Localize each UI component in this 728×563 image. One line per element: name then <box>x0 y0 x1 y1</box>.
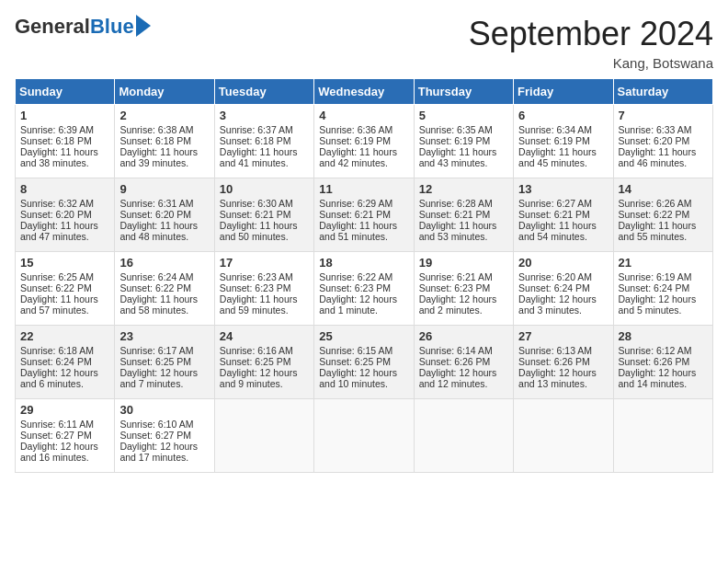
calendar-cell: 29Sunrise: 6:11 AMSunset: 6:27 PMDayligh… <box>16 399 115 473</box>
day-number: 19 <box>419 256 508 270</box>
location-subtitle: Kang, Botswana <box>469 55 713 71</box>
day-info-line: Daylight: 11 hours <box>220 146 309 157</box>
day-info-line: Sunrise: 6:28 AM <box>419 198 508 209</box>
day-info-line: and 9 minutes. <box>220 378 309 389</box>
calendar-cell: 2Sunrise: 6:38 AMSunset: 6:18 PMDaylight… <box>115 105 214 178</box>
day-number: 30 <box>119 403 209 417</box>
day-info-line: Sunset: 6:26 PM <box>518 356 608 367</box>
day-info-line: Sunrise: 6:13 AM <box>518 345 608 356</box>
day-info-line: Sunset: 6:25 PM <box>220 356 309 367</box>
weekday-header-thursday: Thursday <box>414 79 513 105</box>
day-info-line: Sunset: 6:18 PM <box>20 135 109 146</box>
day-info-line: Sunset: 6:20 PM <box>619 135 708 146</box>
day-info-line: Sunrise: 6:32 AM <box>20 198 109 209</box>
calendar-cell: 10Sunrise: 6:30 AMSunset: 6:21 PMDayligh… <box>214 178 313 252</box>
calendar-cell: 9Sunrise: 6:31 AMSunset: 6:20 PMDaylight… <box>115 178 214 252</box>
logo-arrow-icon <box>136 15 151 37</box>
day-info-line: Sunset: 6:24 PM <box>20 356 109 367</box>
day-number: 21 <box>619 256 708 270</box>
page-header: General Blue September 2024 Kang, Botswa… <box>15 15 713 71</box>
calendar-cell: 25Sunrise: 6:15 AMSunset: 6:25 PMDayligh… <box>314 326 414 399</box>
day-info-line: Sunrise: 6:38 AM <box>119 124 209 135</box>
day-info-line: Sunrise: 6:31 AM <box>119 198 209 209</box>
calendar-cell: 20Sunrise: 6:20 AMSunset: 6:24 PMDayligh… <box>514 252 613 326</box>
day-info-line: and 57 minutes. <box>20 304 109 316</box>
day-info-line: Sunset: 6:21 PM <box>419 209 508 220</box>
day-info-line: Daylight: 11 hours <box>319 220 408 231</box>
day-info-line: Sunrise: 6:14 AM <box>419 345 508 356</box>
calendar-table: SundayMondayTuesdayWednesdayThursdayFrid… <box>15 78 713 473</box>
day-info-line: Sunrise: 6:27 AM <box>518 198 608 209</box>
calendar-cell <box>314 399 414 473</box>
day-info-line: and 12 minutes. <box>419 378 508 389</box>
day-info-line: Sunrise: 6:30 AM <box>220 198 309 209</box>
day-info-line: Sunset: 6:24 PM <box>619 282 708 293</box>
calendar-week-row: 15Sunrise: 6:25 AMSunset: 6:22 PMDayligh… <box>16 252 713 326</box>
day-number: 2 <box>119 109 209 122</box>
calendar-cell: 7Sunrise: 6:33 AMSunset: 6:20 PMDaylight… <box>613 105 712 178</box>
day-info-line: and 10 minutes. <box>319 378 408 389</box>
calendar-cell: 6Sunrise: 6:34 AMSunset: 6:19 PMDaylight… <box>514 105 613 178</box>
day-info-line: and 55 minutes. <box>619 231 708 242</box>
day-info-line: Daylight: 12 hours <box>20 441 109 452</box>
day-info-line: Daylight: 12 hours <box>319 293 408 304</box>
day-info-line: Sunset: 6:20 PM <box>20 209 109 220</box>
calendar-cell: 8Sunrise: 6:32 AMSunset: 6:20 PMDaylight… <box>16 178 115 252</box>
weekday-header-monday: Monday <box>115 79 214 105</box>
day-number: 25 <box>319 329 408 343</box>
day-number: 13 <box>518 182 608 196</box>
day-number: 3 <box>220 109 309 122</box>
day-info-line: Sunset: 6:22 PM <box>119 282 209 293</box>
day-number: 4 <box>319 109 408 122</box>
day-info-line: Sunset: 6:21 PM <box>319 209 408 220</box>
day-info-line: Sunset: 6:25 PM <box>319 356 408 367</box>
day-info-line: Daylight: 11 hours <box>518 146 608 157</box>
day-info-line: and 14 minutes. <box>619 378 708 389</box>
weekday-header-row: SundayMondayTuesdayWednesdayThursdayFrid… <box>16 79 713 105</box>
day-info-line: and 58 minutes. <box>119 304 209 316</box>
day-info-line: and 46 minutes. <box>619 157 708 168</box>
logo-blue-text: Blue <box>90 15 134 39</box>
day-info-line: Sunrise: 6:33 AM <box>619 124 708 135</box>
day-info-line: and 1 minute. <box>319 304 408 316</box>
day-info-line: Sunrise: 6:16 AM <box>220 345 309 356</box>
calendar-cell: 13Sunrise: 6:27 AMSunset: 6:21 PMDayligh… <box>514 178 613 252</box>
logo: General Blue <box>15 15 151 39</box>
calendar-cell: 24Sunrise: 6:16 AMSunset: 6:25 PMDayligh… <box>214 326 313 399</box>
day-info-line: Sunrise: 6:19 AM <box>619 271 708 282</box>
day-info-line: Daylight: 12 hours <box>119 441 209 452</box>
day-info-line: Daylight: 11 hours <box>619 146 708 157</box>
weekday-header-tuesday: Tuesday <box>214 79 313 105</box>
day-info-line: and 54 minutes. <box>518 231 608 242</box>
day-info-line: Sunset: 6:22 PM <box>20 282 109 293</box>
calendar-body: 1Sunrise: 6:39 AMSunset: 6:18 PMDaylight… <box>16 105 713 473</box>
day-info-line: and 59 minutes. <box>220 304 309 316</box>
day-info-line: Sunrise: 6:18 AM <box>20 345 109 356</box>
calendar-cell: 18Sunrise: 6:22 AMSunset: 6:23 PMDayligh… <box>314 252 414 326</box>
day-info-line: Daylight: 12 hours <box>419 293 508 304</box>
day-number: 8 <box>20 182 109 196</box>
day-info-line: and 53 minutes. <box>419 231 508 242</box>
day-info-line: Sunrise: 6:35 AM <box>419 124 508 135</box>
calendar-cell: 22Sunrise: 6:18 AMSunset: 6:24 PMDayligh… <box>16 326 115 399</box>
weekday-header-sunday: Sunday <box>16 79 115 105</box>
calendar-cell: 3Sunrise: 6:37 AMSunset: 6:18 PMDaylight… <box>214 105 313 178</box>
calendar-cell: 4Sunrise: 6:36 AMSunset: 6:19 PMDaylight… <box>314 105 414 178</box>
calendar-cell: 5Sunrise: 6:35 AMSunset: 6:19 PMDaylight… <box>414 105 513 178</box>
day-number: 27 <box>518 329 608 343</box>
day-info-line: Daylight: 12 hours <box>619 367 708 378</box>
day-number: 11 <box>319 182 408 196</box>
day-info-line: Sunrise: 6:23 AM <box>220 271 309 282</box>
day-number: 18 <box>319 256 408 270</box>
day-info-line: and 5 minutes. <box>619 304 708 316</box>
calendar-cell: 15Sunrise: 6:25 AMSunset: 6:22 PMDayligh… <box>16 252 115 326</box>
day-info-line: Sunset: 6:19 PM <box>518 135 608 146</box>
calendar-cell: 11Sunrise: 6:29 AMSunset: 6:21 PMDayligh… <box>314 178 414 252</box>
day-info-line: Sunset: 6:19 PM <box>419 135 508 146</box>
day-info-line: Sunrise: 6:21 AM <box>419 271 508 282</box>
day-info-line: Daylight: 11 hours <box>119 146 209 157</box>
day-info-line: and 50 minutes. <box>220 231 309 242</box>
day-info-line: Daylight: 11 hours <box>119 220 209 231</box>
day-info-line: Sunrise: 6:39 AM <box>20 124 109 135</box>
title-block: September 2024 Kang, Botswana <box>469 15 713 71</box>
